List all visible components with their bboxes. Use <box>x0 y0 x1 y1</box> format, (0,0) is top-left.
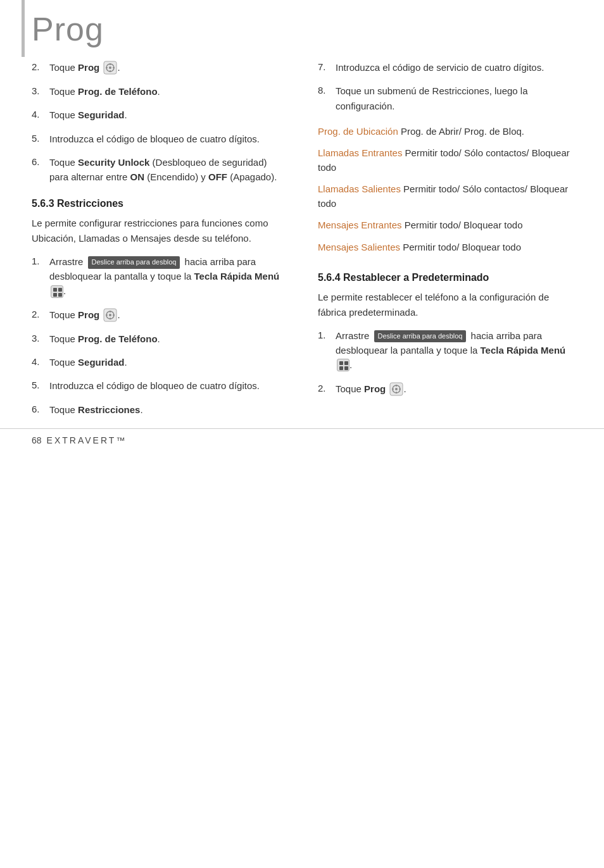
step-text: Toque Seguridad. <box>49 355 127 369</box>
restriction-item-mensajes-ent: Mensajes Entrantes Permitir todo/ Bloque… <box>318 218 579 233</box>
list-item: 1. Arrastre Deslice arriba para desbloq … <box>32 254 286 299</box>
restriction-item-ubicacion: Prog. de Ubicación Prog. de Abrir/ Prog.… <box>318 125 579 139</box>
step-number: 3. <box>32 332 49 346</box>
step-number: 8. <box>318 84 336 98</box>
slide-badge: Deslice arriba para desbloq <box>88 256 180 268</box>
slide-badge: Deslice arriba para desbloq <box>374 330 467 342</box>
step-number: 2. <box>32 60 49 75</box>
steps-564: 1. Arrastre Deslice arriba para desbloq … <box>318 328 579 397</box>
step-text: Introduzca el código de servicio de cuat… <box>336 60 544 75</box>
step-number: 3. <box>32 84 49 99</box>
step-number: 7. <box>318 60 336 75</box>
steps-563: 1. Arrastre Deslice arriba para desbloq … <box>32 254 286 417</box>
list-item: 6. Toque Restricciones. <box>32 402 286 417</box>
prog-icon <box>389 382 403 396</box>
content-area: 2. Toque Prog . <box>0 54 604 428</box>
list-item: 5. Introduzca el código de bloqueo de cu… <box>32 378 286 393</box>
step-number: 4. <box>32 355 49 369</box>
restriction-label: Mensajes Entrantes <box>318 220 402 230</box>
page-container: Prog 2. Toque Prog <box>0 0 604 452</box>
restriction-item-mensajes-sal: Mensajes Salientes Permitir todo/ Bloque… <box>318 240 579 255</box>
step-text: Toque Seguridad. <box>49 108 127 122</box>
step-number: 2. <box>32 307 49 322</box>
list-item: 6. Toque Security Unlock (Desbloqueo de … <box>32 155 286 185</box>
step-number: 1. <box>318 328 336 343</box>
step-number: 1. <box>32 254 49 269</box>
svg-point-16 <box>395 388 398 390</box>
list-item: 8. Toque un submenú de Restricciones, lu… <box>318 84 579 113</box>
step-text: Arrastre Deslice arriba para desbloq hac… <box>49 254 286 299</box>
list-item: 7. Introduzca el código de servicio de c… <box>318 60 579 75</box>
list-item: 3. Toque Prog. de Teléfono. <box>32 84 286 99</box>
step-text: Toque Prog. de Teléfono. <box>49 332 160 346</box>
step-number: 5. <box>32 378 49 393</box>
footer-page-number: 68 <box>32 435 42 445</box>
svg-point-9 <box>109 314 111 316</box>
step-text: Toque un submenú de Restricciones, luego… <box>336 84 579 113</box>
list-item: 2. Toque Prog . <box>32 307 286 323</box>
step-number: 6. <box>32 155 49 170</box>
svg-point-2 <box>109 66 111 69</box>
list-item: 2. Toque Prog . <box>32 60 286 75</box>
list-item: 1. Arrastre Deslice arriba para desbloq … <box>318 328 579 373</box>
section-563-body: Le permite configurar restricciones para… <box>32 216 286 245</box>
prog-icon <box>103 61 117 75</box>
restriction-item-llamadas-ent: Llamadas Entrantes Permitir todo/ Sólo c… <box>318 146 579 175</box>
restriction-label: Llamadas Entrantes <box>318 147 402 158</box>
step-text: Arrastre Deslice arriba para desbloq hac… <box>336 328 579 373</box>
step-text: Toque Restricciones. <box>49 402 143 417</box>
step-text: Toque Prog . <box>336 381 406 397</box>
header-area: Prog <box>0 0 604 54</box>
menu-dots-icon <box>51 285 63 298</box>
step-number: 2. <box>318 381 336 396</box>
restriction-item-llamadas-sal: Llamadas Salientes Permitir todo/ Sólo c… <box>318 182 579 211</box>
step-text: Toque Prog . <box>49 307 120 323</box>
step-text: Introduzca el código de bloqueo de cuatr… <box>49 378 260 393</box>
list-item: 2. Toque Prog . <box>318 381 579 397</box>
steps-top-right: 7. Introduzca el código de servicio de c… <box>318 60 579 113</box>
section-564-heading: 5.6.4 Restablecer a Predeterminado <box>318 272 579 283</box>
list-item: 5. Introduzca el código de bloqueo de cu… <box>32 132 286 146</box>
left-column: 2. Toque Prog . <box>32 54 305 428</box>
restriction-label: Prog. de Ubicación <box>318 126 398 137</box>
restriction-label: Llamadas Salientes <box>318 183 401 194</box>
prog-icon <box>103 308 117 322</box>
page-title: Prog <box>32 11 104 47</box>
step-number: 4. <box>32 108 49 122</box>
step-text: Introduzca el código de bloqueo de cuatr… <box>49 132 260 146</box>
footer: 68 Extravert™ <box>0 428 604 452</box>
step-number: 6. <box>32 402 49 417</box>
step-number: 5. <box>32 132 49 146</box>
section-563-heading: 5.6.3 Restricciones <box>32 198 286 209</box>
restriction-label: Mensajes Salientes <box>318 242 400 252</box>
step-text: Toque Prog . <box>49 60 120 75</box>
step-text: Toque Prog. de Teléfono. <box>49 84 160 99</box>
section-564-body: Le permite restablecer el teléfono a la … <box>318 290 579 319</box>
list-item: 3. Toque Prog. de Teléfono. <box>32 332 286 346</box>
right-column: 7. Introduzca el código de servicio de c… <box>305 54 579 428</box>
menu-dots-icon <box>337 359 349 371</box>
steps-top-left: 2. Toque Prog . <box>32 60 286 184</box>
footer-brand: Extravert™ <box>47 435 127 445</box>
step-text: Toque Security Unlock (Desbloqueo de seg… <box>49 155 286 185</box>
list-item: 4. Toque Seguridad. <box>32 108 286 122</box>
list-item: 4. Toque Seguridad. <box>32 355 286 369</box>
